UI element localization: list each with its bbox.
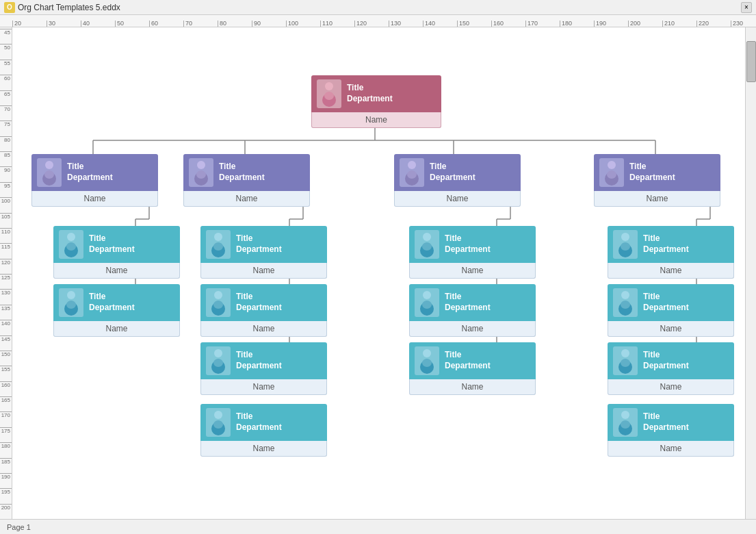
root-avatar — [317, 79, 341, 108]
svg-point-56 — [214, 291, 222, 299]
svg-point-76 — [621, 242, 630, 251]
col2-l2-4-header: Title Department — [200, 404, 327, 441]
canvas-area[interactable]: Title Department Name Title Department — [12, 27, 745, 519]
col4-l2-2[interactable]: Title Department Name — [608, 284, 734, 337]
l1-4-name: Name — [594, 191, 720, 207]
app-icon: O — [4, 2, 15, 13]
root-name: Name — [311, 112, 441, 128]
col2-l2-2-name: Name — [200, 321, 327, 337]
col4-l2-4-avatar — [613, 408, 638, 437]
col2-l2-4-title: Title Department — [236, 411, 282, 433]
l1-3-name: Name — [394, 191, 521, 207]
scrollbar-vertical[interactable] — [745, 27, 756, 519]
col3-l2-3[interactable]: Title Department Name — [409, 342, 536, 395]
col2-l2-3-title: Title Department — [236, 350, 282, 371]
l1-node-4[interactable]: Title Department Name — [594, 154, 720, 207]
col1-l2-2-header: Title Department — [53, 284, 180, 321]
col3-l2-2[interactable]: Title Department Name — [409, 284, 536, 337]
col2-l2-2[interactable]: Title Department Name — [200, 284, 327, 337]
svg-point-49 — [66, 242, 76, 251]
col4-l2-4-header: Title Department — [608, 404, 734, 441]
col3-l2-3-name: Name — [409, 379, 536, 395]
col2-l2-3-name: Name — [200, 379, 327, 395]
svg-point-58 — [213, 301, 223, 309]
col2-l2-3-avatar — [206, 346, 231, 375]
svg-point-67 — [422, 242, 432, 251]
col1-l2-2[interactable]: Title Department Name — [53, 284, 180, 337]
l1-4-avatar — [599, 158, 624, 187]
svg-point-85 — [621, 420, 630, 429]
col1-l2-2-title: Title Department — [89, 292, 135, 313]
svg-point-35 — [45, 161, 53, 169]
svg-point-70 — [422, 301, 432, 309]
l1-node-2[interactable]: Title Department Name — [183, 154, 310, 207]
col4-l2-2-name: Name — [608, 321, 734, 337]
svg-point-55 — [213, 242, 223, 251]
col1-l2-2-name: Name — [53, 321, 180, 337]
svg-point-68 — [423, 291, 431, 299]
svg-point-64 — [213, 420, 223, 429]
l1-1-header: Title Department — [31, 154, 158, 191]
col2-l2-1[interactable]: Title Department Name — [200, 226, 327, 279]
l1-3-avatar — [400, 158, 424, 187]
col2-l2-2-title: Title Department — [236, 292, 282, 313]
l1-2-name: Name — [183, 191, 310, 207]
col4-l2-1-name: Name — [608, 263, 734, 279]
col3-l2-2-header: Title Department — [409, 284, 536, 321]
col3-l2-1[interactable]: Title Department Name — [409, 226, 536, 279]
svg-point-80 — [621, 349, 629, 357]
svg-point-71 — [423, 349, 431, 357]
close-tab-button[interactable]: × — [741, 2, 752, 13]
page-indicator: Page 1 — [7, 523, 31, 531]
col2-l2-4[interactable]: Title Department Name — [200, 404, 327, 457]
col4-l2-3[interactable]: Title Department Name — [608, 342, 734, 395]
col4-l2-3-avatar — [613, 346, 638, 375]
col3-l2-1-avatar — [415, 230, 439, 259]
svg-point-46 — [607, 170, 616, 179]
col2-l2-4-name: Name — [200, 441, 327, 457]
l1-node-1[interactable]: Title Department Name — [31, 154, 158, 207]
col4-l2-1[interactable]: Title Department Name — [608, 226, 734, 279]
svg-point-79 — [621, 301, 630, 309]
svg-point-34 — [324, 92, 334, 100]
svg-point-53 — [214, 233, 222, 241]
col3-l2-2-avatar — [415, 288, 439, 317]
svg-point-59 — [214, 349, 222, 357]
col4-l2-1-avatar — [613, 230, 638, 259]
col2-l2-3-header: Title Department — [200, 342, 327, 379]
svg-point-38 — [197, 161, 205, 169]
svg-point-83 — [621, 411, 629, 419]
l1-1-title: Title Department — [67, 162, 113, 183]
col1-l2-2-avatar — [59, 288, 83, 317]
col3-l2-1-title: Title Department — [445, 233, 491, 255]
col4-l2-4[interactable]: Title Department Name — [608, 404, 734, 457]
col1-l2-1[interactable]: Title Department Name — [53, 226, 180, 279]
col3-l2-2-name: Name — [409, 321, 536, 337]
svg-point-61 — [213, 359, 223, 367]
col4-l2-3-name: Name — [608, 379, 734, 395]
svg-point-62 — [214, 411, 222, 419]
l1-4-title: Title Department — [629, 162, 675, 183]
col4-l2-3-header: Title Department — [608, 342, 734, 379]
l1-1-avatar — [37, 158, 62, 187]
col2-l2-1-title: Title Department — [236, 233, 282, 255]
ruler-horizontal: 2030405060708090100110120130140150160170… — [0, 15, 756, 27]
col2-l2-3[interactable]: Title Department Name — [200, 342, 327, 395]
scrollbar-thumb[interactable] — [746, 41, 756, 82]
svg-point-65 — [423, 233, 431, 241]
col2-l2-2-avatar — [206, 288, 231, 317]
l1-node-3[interactable]: Title Department Name — [394, 154, 521, 207]
svg-point-74 — [621, 233, 629, 241]
col1-l2-1-name: Name — [53, 263, 180, 279]
col3-l2-3-header: Title Department — [409, 342, 536, 379]
l1-3-header: Title Department — [394, 154, 521, 191]
l1-2-header: Title Department — [183, 154, 310, 191]
col4-l2-2-avatar — [613, 288, 638, 317]
svg-point-41 — [408, 161, 416, 169]
root-node[interactable]: Title Department Name — [311, 75, 441, 128]
col2-l2-1-avatar — [206, 230, 231, 259]
col3-l2-3-avatar — [415, 346, 439, 375]
svg-point-32 — [325, 82, 333, 90]
l1-2-avatar — [189, 158, 213, 187]
col4-l2-2-header: Title Department — [608, 284, 734, 321]
